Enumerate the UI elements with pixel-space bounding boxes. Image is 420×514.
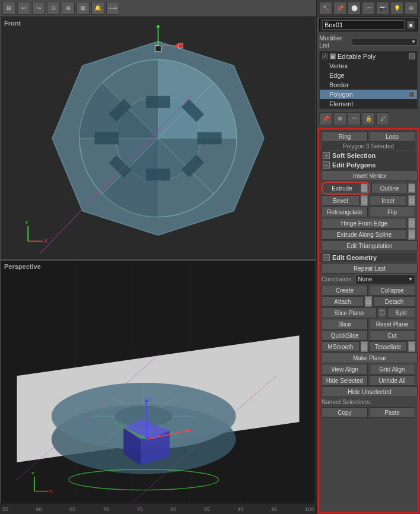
color-swatch[interactable]: ■: [407, 21, 415, 29]
panel-tool-pin[interactable]: 📌: [319, 112, 332, 125]
ruler-mark-5: 80: [170, 506, 176, 512]
toolbar-icon-1[interactable]: ⊞: [2, 2, 15, 15]
panel-toolbar-row: 📌 ⚙ 〰 🔒 🖊: [319, 112, 418, 125]
create-button[interactable]: Create: [322, 285, 368, 296]
make-planar-label: Make Planar: [353, 355, 386, 361]
toolbar-icon-7[interactable]: 🔔: [91, 2, 104, 15]
split-button[interactable]: Split: [387, 307, 415, 318]
attach-settings-btn[interactable]: □: [365, 296, 372, 307]
panel-tool-settings[interactable]: ⚙: [333, 112, 346, 125]
modifier-list-dropdown[interactable]: ▼: [352, 38, 418, 46]
modifier-item-polygon[interactable]: Polygon: [320, 90, 417, 99]
slice-plane-split-row: Slice Plane ☐ Split: [322, 307, 415, 318]
view-align-button[interactable]: View Align: [322, 364, 368, 375]
hinge-settings-btn[interactable]: □: [408, 218, 415, 229]
viewport-front[interactable]: Front X Y: [0, 17, 316, 260]
toolbar-icon-8[interactable]: ⟿: [106, 2, 119, 15]
panel-icon-curve[interactable]: 〰: [362, 2, 375, 15]
outline-settings-btn[interactable]: □: [408, 183, 415, 193]
reset-plane-button[interactable]: Reset Plane: [369, 319, 415, 329]
constraints-label: Constraints:: [322, 276, 353, 283]
tessellate-settings-btn[interactable]: □: [408, 341, 415, 352]
loop-button[interactable]: Loop: [369, 131, 415, 142]
modifier-item-edge[interactable]: Edge: [320, 71, 417, 80]
panel-tool-help[interactable]: 🖊: [376, 112, 389, 125]
hinge-from-edge-button[interactable]: Hinge From Edge: [322, 218, 407, 229]
inset-button[interactable]: Inset: [369, 195, 407, 206]
slice-button[interactable]: Slice: [322, 319, 368, 329]
edit-geometry-header[interactable]: − Edit Geometry: [320, 253, 416, 262]
paste-button[interactable]: Paste: [369, 407, 415, 418]
modifier-item-vertex[interactable]: Vertex: [320, 61, 417, 71]
bevel-settings-btn[interactable]: □: [361, 195, 368, 206]
attach-detach-row: Attach □ Detach: [322, 296, 415, 307]
tessellate-button[interactable]: Tessellate: [369, 341, 407, 352]
retriangulate-button[interactable]: Retriangulate: [322, 207, 368, 217]
outline-button[interactable]: Outline: [371, 183, 408, 193]
right-panel: 🔨 📌 ⚪ 〰 📷 💡 ⚙ Box01 ■ Modifier List ▼ ✓: [316, 0, 420, 514]
viewport-perspective[interactable]: Perspective: [0, 260, 316, 503]
modifier-checkbox[interactable]: ✓: [322, 53, 328, 59]
modifier-expand[interactable]: [409, 53, 415, 59]
edit-geometry-toggle[interactable]: −: [323, 254, 330, 261]
inset-settings-btn[interactable]: □: [408, 195, 415, 206]
panel-icon-pin[interactable]: 📌: [333, 2, 346, 15]
panel-icon-light[interactable]: 💡: [390, 2, 403, 15]
panel-icon-camera[interactable]: 📷: [376, 2, 389, 15]
toolbar-icon-3[interactable]: ↪: [32, 2, 45, 15]
repeat-last-button[interactable]: Repeat Last: [322, 263, 418, 274]
panel-tool-lock[interactable]: 🔒: [362, 112, 375, 125]
edit-polygons-header[interactable]: − Edit Polygons: [320, 160, 416, 170]
quickslice-cut-row: QuickSlice Cut: [322, 330, 415, 341]
msmooth-button[interactable]: MSmooth: [322, 341, 359, 352]
msmooth-settings-btn[interactable]: □: [361, 341, 368, 352]
cut-button[interactable]: Cut: [369, 330, 415, 341]
extrude-spline-settings-btn[interactable]: □: [408, 229, 415, 240]
hide-unselected-button[interactable]: Hide Unselected: [322, 386, 418, 397]
extrude-button[interactable]: Extrude: [324, 183, 360, 193]
toolbar-icon-4[interactable]: ⊙: [47, 2, 60, 15]
bevel-button[interactable]: Bevel: [322, 195, 359, 206]
modifier-item-border[interactable]: Border: [320, 80, 417, 90]
panel-tool-curve[interactable]: 〰: [348, 112, 361, 125]
view-grid-align-row: View Align Grid Align: [322, 364, 415, 375]
grid-align-button[interactable]: Grid Align: [369, 364, 415, 375]
panel-icon-helper[interactable]: ⚙: [405, 2, 418, 15]
toolbar-icon-6[interactable]: ⊠: [77, 2, 90, 15]
insert-vertex-button[interactable]: Insert Vertex: [322, 170, 418, 181]
constraints-dropdown[interactable]: None ▼: [355, 274, 415, 284]
flip-button[interactable]: Flip: [369, 207, 415, 217]
extrude-settings-btn[interactable]: □: [361, 183, 368, 193]
collapse-button[interactable]: Collapse: [369, 285, 415, 296]
unhide-all-button[interactable]: Unhide All: [369, 375, 415, 386]
soft-selection-toggle[interactable]: +: [323, 152, 330, 159]
panel-icon-sphere[interactable]: ⚪: [348, 2, 361, 15]
modifier-label-polygon: Polygon: [329, 91, 353, 98]
edit-triangulation-button[interactable]: Edit Triangulation: [322, 240, 418, 251]
edit-polygons-toggle[interactable]: −: [323, 161, 330, 169]
quickslice-button[interactable]: QuickSlice: [322, 330, 368, 341]
object-name-input[interactable]: Box01: [322, 20, 405, 30]
named-selections-label: Named Selections:: [320, 398, 416, 407]
make-planar-button[interactable]: Make Planar: [322, 353, 418, 363]
toolbar-icon-5[interactable]: ⊛: [62, 2, 75, 15]
modifier-polygon-square[interactable]: [409, 91, 415, 97]
modifier-item-element[interactable]: Element: [320, 99, 417, 109]
hide-unselected-label: Hide Unselected: [348, 389, 391, 395]
soft-selection-header[interactable]: + Soft Selection: [320, 151, 416, 160]
slice-plane-button[interactable]: Slice Plane: [322, 307, 377, 318]
hide-selected-button[interactable]: Hide Selected: [322, 375, 368, 386]
copy-button[interactable]: Copy: [322, 407, 368, 418]
attach-button[interactable]: Attach: [322, 296, 364, 307]
extrude-along-spline-button[interactable]: Extrude Along Spline: [322, 229, 407, 240]
svg-text:Z: Z: [148, 396, 152, 402]
modifier-label-element: Element: [329, 100, 353, 107]
panel-icon-hammer[interactable]: 🔨: [319, 2, 332, 15]
front-viewport-svg: X Y: [1, 17, 316, 259]
ruler-mark-7: 90: [238, 506, 244, 512]
split-checkbox[interactable]: ☐: [378, 307, 386, 318]
detach-button[interactable]: Detach: [373, 296, 415, 307]
toolbar-icon-2[interactable]: ↩: [17, 2, 30, 15]
modifier-item-editable-poly[interactable]: ✓ ▦ Editable Poly: [320, 52, 417, 61]
ring-button[interactable]: Ring: [322, 131, 368, 142]
